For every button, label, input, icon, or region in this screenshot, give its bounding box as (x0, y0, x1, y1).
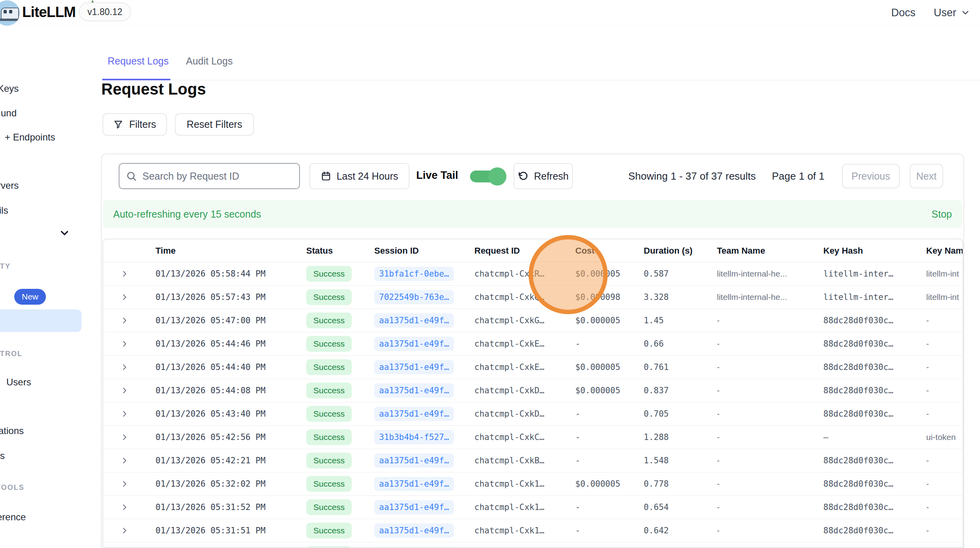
expand-row-chevron-icon[interactable] (103, 479, 155, 489)
key-name-cell: - (926, 502, 963, 512)
filters-button[interactable]: Filters (102, 113, 167, 136)
refresh-button[interactable]: Refresh (514, 163, 573, 189)
status-badge: Success (306, 266, 352, 282)
table-row: 01/13/2026 05:44:46 PM Success aa1375d1-… (103, 332, 963, 356)
sidebar-collapse-chevron-icon[interactable] (59, 227, 70, 239)
column-header-key-hash: Key Hash (823, 246, 926, 256)
docs-link[interactable]: Docs (891, 7, 916, 19)
session-id-link[interactable]: aa1375d1-e49f… (374, 477, 454, 491)
cost-cell: $0.000005 (575, 479, 644, 489)
key-hash-cell: 88dc28d0f030c… (823, 362, 926, 372)
time-cell: 01/13/2026 05:31:52 PM (155, 502, 306, 512)
duration-cell: 0.761 (644, 362, 717, 372)
sidebar-item-logs-selected[interactable] (0, 309, 82, 332)
request-logs-table: Time Status Session ID Request ID Cost D… (102, 239, 963, 548)
expand-row-chevron-icon[interactable] (103, 316, 155, 325)
request-id-cell: chatcmpl-CxkR… (474, 269, 575, 279)
expand-row-chevron-icon[interactable] (103, 269, 155, 279)
session-id-link[interactable]: aa1375d1-e49f… (374, 337, 454, 351)
session-id-link[interactable]: aa1375d1-e49f… (374, 383, 454, 398)
stop-auto-refresh-link[interactable]: Stop (932, 209, 952, 220)
expand-row-chevron-icon[interactable] (103, 386, 155, 395)
expand-row-chevron-icon[interactable] (103, 432, 155, 442)
tab-audit-logs[interactable]: Audit Logs (186, 55, 233, 67)
session-id-link[interactable]: 7022549b-763e… (374, 290, 454, 304)
sidebar-item-users[interactable]: Users (6, 377, 31, 388)
duration-cell: 0.837 (644, 386, 717, 395)
expand-row-chevron-icon[interactable] (103, 339, 155, 349)
team-name-cell: - (717, 502, 823, 512)
sidebar-item-api-reference[interactable]: erence (0, 512, 26, 523)
sidebar-item-playground[interactable]: und (1, 108, 17, 119)
sidebar-section-tools: TOOLS (0, 484, 25, 492)
key-name-cell: litellm-int (926, 292, 963, 302)
key-hash-cell: 88dc28d0f030c… (823, 386, 926, 395)
sidebar-item-servers[interactable]: rvers (0, 180, 19, 191)
session-id-link[interactable]: 31bfa1cf-0ebe… (374, 267, 454, 281)
cost-cell: $0.000098 (575, 292, 644, 302)
status-badge: Success (306, 429, 352, 445)
sidebar-item-organizations[interactable]: ations (0, 425, 24, 436)
search-input[interactable] (142, 170, 293, 182)
key-hash-cell: 88dc28d0f030c… (823, 526, 926, 535)
expand-row-chevron-icon[interactable] (103, 362, 155, 372)
key-hash-cell: 88dc28d0f030c… (823, 339, 926, 349)
cost-cell: - (575, 339, 644, 349)
duration-cell: 0.778 (644, 479, 717, 489)
time-range-label: Last 24 Hours (337, 171, 398, 182)
table-row: 01/13/2026 05:31:51 PM Success aa1375d1-… (103, 519, 963, 542)
expand-row-chevron-icon[interactable] (103, 502, 155, 512)
previous-page-button[interactable]: Previous (842, 164, 900, 188)
duration-cell: 0.705 (644, 409, 717, 419)
cost-cell: $0.000005 (575, 362, 644, 372)
duration-cell: 0.66 (644, 339, 717, 349)
expand-row-chevron-icon[interactable] (103, 409, 155, 419)
expand-row-chevron-icon[interactable] (103, 292, 155, 302)
reset-filters-button[interactable]: Reset Filters (175, 113, 254, 136)
next-page-button[interactable]: Next (910, 164, 943, 188)
session-id-link[interactable]: aa1375d1-e49f… (374, 407, 454, 421)
key-hash-cell: 88dc28d0f030c… (823, 316, 926, 325)
cost-cell: - (575, 432, 644, 442)
request-id-cell: chatcmpl-CxkG… (474, 316, 575, 325)
funnel-icon (113, 119, 123, 130)
session-id-link[interactable]: aa1375d1-e49f… (374, 453, 454, 468)
reset-filters-label: Reset Filters (187, 119, 242, 130)
time-cell: 01/13/2026 05:42:56 PM (155, 432, 306, 442)
key-name-cell: litellm-int (926, 269, 963, 279)
tab-request-logs[interactable]: Request Logs (108, 55, 169, 67)
live-tail-toggle[interactable] (470, 169, 508, 184)
session-id-link[interactable]: aa1375d1-e49f… (374, 313, 454, 328)
key-name-cell: - (926, 386, 963, 395)
sidebar-item-guardrails[interactable]: ils (0, 205, 8, 216)
user-menu[interactable]: User (934, 7, 971, 19)
time-range-button[interactable]: Last 24 Hours (309, 163, 409, 189)
table-row: 01/13/2026 05:44:08 PM Success aa1375d1-… (103, 379, 963, 402)
table-row: 01/13/2026 05:47:00 PM Success aa1375d1-… (103, 309, 963, 332)
time-cell: 01/13/2026 05:42:21 PM (155, 456, 306, 465)
expand-row-chevron-icon[interactable] (103, 456, 155, 465)
status-badge: Success (306, 406, 352, 422)
time-cell: 01/13/2026 05:57:43 PM (155, 292, 306, 302)
cost-cell: $0.000005 (575, 269, 644, 279)
time-cell: 01/13/2026 05:44:08 PM (155, 386, 306, 395)
key-hash-cell: – (823, 432, 926, 442)
sidebar-item-teams[interactable]: s (0, 450, 5, 461)
sidebar-item-endpoints[interactable]: + Endpoints (5, 132, 55, 143)
expand-row-chevron-icon[interactable] (103, 526, 155, 535)
column-header-key-name: Key Name (926, 246, 963, 256)
team-name-cell: - (717, 526, 823, 535)
key-name-cell: - (926, 479, 963, 489)
session-id-link[interactable]: aa1375d1-e49f… (374, 360, 454, 374)
request-id-cell: chatcmpl-CxkB… (474, 456, 575, 465)
session-id-link[interactable]: 31b3b4b4-f527… (374, 430, 454, 444)
status-badge: Success (306, 383, 352, 398)
session-id-link[interactable]: aa1375d1-e49f… (374, 500, 454, 514)
team-name-cell: - (717, 479, 823, 489)
key-hash-cell: litellm-inter… (823, 269, 926, 279)
sidebar-item-keys[interactable]: Keys (0, 83, 19, 94)
session-id-link[interactable]: aa1375d1-e49f… (374, 523, 454, 538)
status-badge: Success (306, 289, 352, 305)
key-name-cell: ui-token (926, 432, 963, 442)
time-cell: 01/13/2026 05:31:51 PM (155, 526, 306, 535)
